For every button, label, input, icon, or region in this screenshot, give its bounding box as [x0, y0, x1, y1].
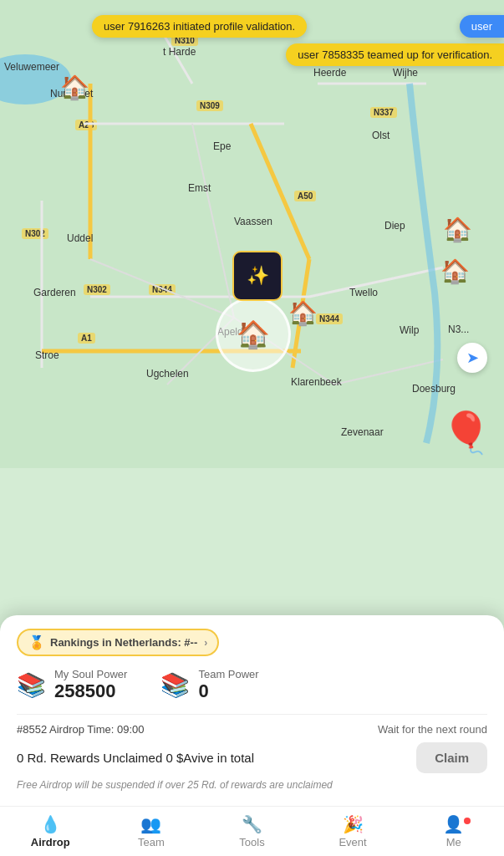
nav-label-airdrop: Airdrop	[31, 836, 70, 848]
nav-label-event: Event	[339, 836, 366, 848]
map-background: Veluwemeer Nunspeet t Harde Heerde Wijhe…	[0, 0, 504, 468]
airdrop-timing-row: #8552 Airdrop Time: 09:00 Wait for the n…	[17, 723, 487, 736]
team-power-label: Team Power	[198, 668, 258, 680]
map-icon-player2: 🏠	[288, 299, 318, 327]
map-icon-2: 🏠	[443, 216, 472, 243]
svg-line-14	[334, 359, 443, 385]
team-power-text: Team Power 0	[198, 668, 258, 702]
trophy-icon: 🏅	[28, 634, 45, 650]
main-card-panel: 🏅 Rankings in Netherlands: #-- › 📚 My So…	[0, 615, 504, 806]
rewards-row: 0 Rd. Rewards Unclaimed 0 $Avive in tota…	[17, 742, 487, 773]
soul-power-icon: 📚	[17, 671, 46, 699]
nav-item-airdrop[interactable]: 💧 Airdrop	[0, 809, 101, 853]
map-label-stroe: Stroe	[35, 349, 59, 361]
airdrop-wait-text: Wait for the next round	[378, 723, 487, 736]
map-label-tharde: t Harde	[163, 46, 196, 58]
team-nav-icon: 👥	[140, 814, 161, 834]
soul-power-label: My Soul Power	[54, 668, 127, 680]
airdrop-nav-icon: 💧	[40, 814, 61, 834]
map-label-n34: N3...	[448, 324, 469, 335]
airdrop-round-info: #8552 Airdrop Time: 09:00	[17, 723, 145, 736]
soul-power-text: My Soul Power 258500	[54, 668, 127, 702]
team-power-value: 0	[198, 680, 258, 702]
rewards-text: 0 Rd. Rewards Unclaimed 0 $Avive in tota…	[17, 751, 254, 765]
nav-label-me: Me	[446, 836, 461, 848]
map-label-wilp: Wilp	[400, 324, 419, 336]
notification-text-2: user 7858335 teamed up for verification.	[298, 48, 492, 61]
nav-item-team[interactable]: 👥 Team	[101, 809, 202, 853]
notification-banner-1: user 7916263 initiated profile validatio…	[92, 15, 307, 38]
airdrop-warning-text: Free Airdrop will be suspended if over 2…	[17, 778, 487, 792]
nav-item-tools[interactable]: 🔧 Tools	[201, 809, 303, 853]
compass: ➤	[457, 343, 487, 373]
me-nav-icon: 👤	[443, 814, 464, 834]
compass-icon: ➤	[466, 349, 479, 367]
map-label-klarenbeek: Klarenbeek	[291, 376, 342, 388]
airdrop-claim-button[interactable]: Claim	[416, 742, 487, 773]
nav-item-me[interactable]: 👤 Me	[403, 809, 504, 853]
rankings-row: 🏅 Rankings in Netherlands: #-- ›	[17, 629, 487, 656]
map-icon-3: 🏠	[440, 257, 470, 285]
map-label-olst: Olst	[372, 130, 389, 141]
rankings-badge[interactable]: 🏅 Rankings in Netherlands: #-- ›	[17, 629, 219, 656]
map-label-veluwemeer: Veluwemeer	[4, 61, 59, 73]
map-label-twello: Twello	[349, 287, 378, 298]
divider-1	[17, 714, 487, 715]
map-label-doesburg: Doesburg	[412, 383, 456, 395]
nav-item-event[interactable]: 🎉 Event	[303, 809, 404, 853]
hot-air-balloon: 🎈	[441, 410, 491, 456]
team-power-icon: 📚	[160, 671, 190, 699]
nav-label-tools: Tools	[239, 836, 264, 848]
bottom-navigation: 💧 Airdrop 👥 Team 🔧 Tools 🎉 Event 👤 Me	[0, 806, 504, 856]
map-label-wijhe: Wijhe	[393, 67, 418, 79]
map-label-vaassen: Vaassen	[234, 216, 272, 227]
svg-line-5	[251, 124, 309, 259]
rankings-label: Rankings in Netherlands: #--	[50, 636, 197, 649]
map-label-zevenaar: Zevenaar	[341, 426, 384, 438]
svg-line-11	[192, 124, 234, 318]
map-label-heerde: Heerde	[313, 67, 346, 79]
notification-text-1: user 7916263 initiated profile validatio…	[104, 20, 295, 33]
notification-banner-right: user	[460, 15, 504, 38]
soul-power-item: 📚 My Soul Power 258500	[17, 668, 127, 702]
tools-nav-icon: 🔧	[242, 814, 262, 834]
me-notification-dot	[464, 818, 471, 824]
map-label-emst: Emst	[188, 182, 211, 194]
map-label-epe: Epe	[213, 140, 231, 152]
power-row: 📚 My Soul Power 258500 📚 Team Power 0	[17, 668, 487, 702]
event-nav-icon: 🎉	[343, 814, 364, 834]
rankings-arrow: ›	[204, 637, 207, 649]
map-label-uddel: Uddel	[67, 232, 93, 244]
notification-banner-2: user 7858335 teamed up for verification.	[286, 43, 504, 66]
map-label-diep: Diep	[384, 220, 405, 232]
nav-label-team: Team	[138, 836, 165, 848]
map-label-ugchelen: Ugchelen	[146, 368, 189, 380]
svg-line-3	[163, 33, 192, 84]
notification-text-right: user	[471, 20, 492, 33]
magic-card-icon: ✨	[232, 251, 283, 301]
map-label-garderen: Garderen	[33, 287, 76, 298]
map-icon-1: 🏠	[60, 74, 89, 101]
player-area-circle: 🏠	[216, 297, 291, 372]
soul-power-value: 258500	[54, 680, 127, 702]
svg-line-15	[90, 259, 234, 318]
team-power-item: 📚 Team Power 0	[160, 668, 258, 702]
